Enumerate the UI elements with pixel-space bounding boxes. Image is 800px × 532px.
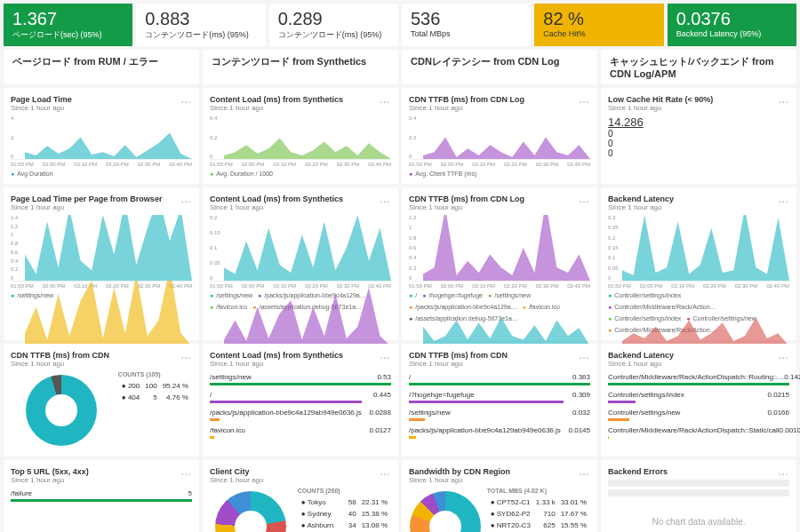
legend-item[interactable]: Avg. Client TTFB (ms) [409, 171, 476, 177]
card-title: Page Load Time [11, 95, 192, 104]
card-title: Content Load (ms) from Synthetics [210, 95, 391, 104]
card-subtitle: Since 1 hour ago [409, 104, 590, 112]
section-header: ページロード from RUM / エラー [4, 50, 199, 84]
card-subtitle: Since 1 hour ago [11, 203, 192, 211]
chart-card[interactable]: CDN TTFB (ms) from CDN LogSince 1 hour a… [402, 187, 597, 340]
chart-card[interactable]: CDN TTFB (ms) from CDNSince 1 hour ago…/… [402, 344, 597, 457]
more-icon[interactable]: … [380, 93, 391, 106]
card-title: Backend Errors [608, 467, 789, 476]
card-title: Bandwidth by CDN Region [409, 467, 590, 476]
data-row[interactable]: /settings/new0.032 [409, 409, 590, 417]
card-title: Client City [210, 467, 391, 476]
legend-item[interactable]: Avg. Duration / 1000 [210, 171, 273, 177]
chart-area[interactable]: 0.20.150.10.050 [210, 215, 391, 282]
card-subtitle: Since 1 hour ago [409, 360, 590, 368]
more-icon[interactable]: … [579, 465, 590, 478]
card-subtitle: Since 1 hour ago [11, 476, 192, 484]
card-subtitle: Since 1 hour ago [11, 104, 192, 112]
card-title: Content Load (ms) from Synthetics [210, 195, 391, 203]
chart-area[interactable]: 1.41.210.80.60.40.20 [11, 215, 192, 282]
data-row[interactable]: Controller/Middleware/Rack/ActionDispatc… [608, 426, 789, 434]
data-row[interactable]: /failure5 [11, 489, 192, 497]
more-icon[interactable]: … [579, 349, 590, 361]
card-title: CDN TTFB (ms) from CDN [409, 351, 590, 360]
more-icon[interactable]: … [380, 349, 391, 361]
chart-card[interactable]: Bandwidth by CDN RegionSince 1 hour ago…… [402, 460, 597, 532]
kpi-tile[interactable]: 536Total MBps [402, 4, 531, 46]
more-icon[interactable]: … [180, 465, 192, 478]
data-row[interactable]: /settings/new0.53 [210, 373, 391, 381]
chart-card[interactable]: Client CitySince 1 hour ago…COUNTS (260)… [203, 460, 398, 532]
more-icon[interactable]: … [180, 349, 192, 361]
more-icon[interactable]: … [180, 193, 192, 205]
card-subtitle: Since 1 hour ago [210, 360, 391, 368]
section-header: CDNレイテンシー from CDN Log [402, 50, 597, 84]
card-subtitle: Since 1 hour ago [608, 104, 789, 112]
card-subtitle: Since 1 hour ago [210, 104, 391, 112]
chart-card[interactable]: Backend Errors…No chart data available.N… [601, 460, 796, 532]
chart-card[interactable]: Content Load (ms) from SyntheticsSince 1… [203, 88, 398, 184]
data-row[interactable]: /packs/js/application-bbe9c4a129ab949e06… [210, 409, 391, 417]
chart-area[interactable]: 0.40.20 [210, 115, 391, 160]
kpi-value: 0.0376 [676, 9, 788, 29]
chart-card[interactable]: CDN TTFB (ms) from CDN LogSince 1 hour a… [402, 88, 597, 184]
more-icon[interactable]: … [180, 93, 192, 106]
card-title: Backend Latency [608, 195, 789, 203]
chart-card[interactable]: CDN TTFB (ms) from CDNSince 1 hour ago…C… [4, 344, 199, 457]
chart-card[interactable]: Top 5 URL (5xx, 4xx)Since 1 hour ago…/fa… [4, 460, 199, 532]
card-title: Backend Latency [608, 351, 789, 360]
card-title: Page Load Time per Page from Browser [11, 195, 192, 203]
more-icon[interactable]: … [778, 93, 789, 106]
chart-area[interactable]: 1.210.80.60.40.20 [409, 215, 590, 282]
card-subtitle: Since 1 hour ago [210, 476, 391, 484]
more-icon[interactable]: … [778, 193, 789, 205]
more-icon[interactable]: … [380, 193, 391, 205]
kpi-tile[interactable]: 0.0376Backend Latency (95%) [668, 4, 796, 46]
more-icon[interactable]: … [579, 193, 590, 205]
section-header: キャッシュヒット/バックエンド from CDN Log/APM [601, 50, 796, 84]
card-title: Top 5 URL (5xx, 4xx) [11, 467, 192, 476]
card-title: CDN TTFB (ms) from CDN Log [409, 195, 590, 203]
more-icon[interactable]: … [380, 465, 391, 478]
donut-chart[interactable] [26, 375, 97, 446]
data-row[interactable]: /packs/js/application-bbe9c4a129ab949e06… [409, 426, 590, 434]
more-icon[interactable]: … [778, 465, 789, 478]
chart-card[interactable]: Page Load Time per Page from BrowserSinc… [4, 187, 199, 340]
chart-card[interactable]: Content Load (ms) from SyntheticsSince 1… [203, 344, 398, 457]
kpi-tile[interactable]: 82 %Cache Hit% [534, 4, 663, 46]
data-row[interactable]: Controller/settings/index0.0215 [608, 391, 789, 399]
kpi-label: コンテンツロード(ms) (95%) [278, 29, 389, 41]
card-subtitle: Since 1 hour ago [608, 203, 789, 211]
kpi-label: ページロード(sec) (95%) [12, 29, 124, 41]
chart-area[interactable]: 0.40.20 [409, 115, 590, 160]
chart-card[interactable]: Backend LatencySince 1 hour ago…Controll… [601, 344, 796, 457]
kpi-value: 0.289 [278, 9, 389, 29]
chart-card[interactable]: Content Load (ms) from SyntheticsSince 1… [203, 187, 398, 340]
donut-chart[interactable] [410, 491, 481, 532]
data-row[interactable]: Controller/settings/new0.0166 [608, 409, 789, 417]
chart-card[interactable]: Page Load TimeSince 1 hour ago…42001:50 … [4, 88, 199, 184]
data-row[interactable]: /?hogehge=fugefuge0.309 [409, 391, 590, 399]
donut-chart[interactable] [215, 491, 286, 532]
more-icon[interactable]: … [579, 93, 590, 106]
kpi-value: 1.367 [12, 9, 124, 29]
data-row[interactable]: /0.363 [409, 373, 590, 381]
data-row[interactable]: /favicon.ico0.0127 [210, 426, 391, 434]
kpi-tile[interactable]: 0.883コンテンツロード(ms) (95%) [136, 4, 265, 46]
chart-area[interactable]: 420 [11, 115, 192, 160]
kpi-tile[interactable]: 0.289コンテンツロード(ms) (95%) [269, 4, 398, 46]
data-row[interactable]: /0.445 [210, 391, 391, 399]
card-title: CDN TTFB (ms) from CDN [11, 351, 192, 360]
kpi-tile[interactable]: 1.367ページロード(sec) (95%) [4, 4, 132, 46]
card-title: Content Load (ms) from Synthetics [210, 351, 391, 360]
more-icon[interactable]: … [778, 349, 789, 361]
chart-area[interactable]: 0.30.250.20.150.10.050 [608, 215, 789, 282]
legend-item[interactable]: Avg Duration [11, 171, 53, 177]
data-row[interactable]: Controller/Middleware/Rack/ActionDispatc… [608, 373, 789, 381]
kpi-label: Cache Hit% [543, 29, 654, 38]
chart-card[interactable]: Low Cache Hit Rate (< 90%)Since 1 hour a… [601, 88, 796, 184]
chart-card[interactable]: Backend LatencySince 1 hour ago…0.30.250… [601, 187, 796, 340]
kpi-value: 536 [411, 9, 522, 29]
legend-item[interactable]: / [409, 292, 417, 298]
card-title: Low Cache Hit Rate (< 90%) [608, 95, 789, 104]
